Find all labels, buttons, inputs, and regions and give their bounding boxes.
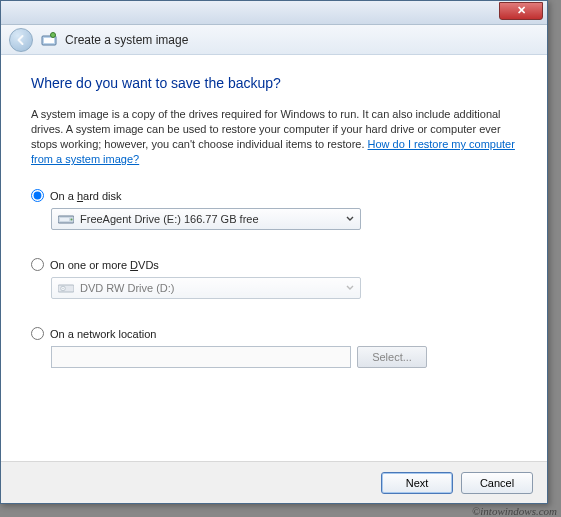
radio-network[interactable]	[31, 327, 44, 340]
header-bar: Create a system image	[1, 25, 547, 55]
option-hard-disk-row[interactable]: On a hard disk	[31, 189, 517, 202]
radio-hard-disk[interactable]	[31, 189, 44, 202]
page-description: A system image is a copy of the drives r…	[31, 107, 517, 167]
titlebar: ✕	[1, 1, 547, 25]
option-dvd-row[interactable]: On one or more DVDs	[31, 258, 517, 271]
svg-point-5	[71, 219, 73, 221]
dvd-drive-icon	[58, 282, 74, 294]
chevron-down-icon	[346, 216, 354, 222]
wizard-icon	[41, 32, 57, 48]
network-path-input	[51, 346, 351, 368]
close-button[interactable]: ✕	[499, 2, 543, 20]
option-network-row[interactable]: On a network location	[31, 327, 517, 340]
network-input-row: Select...	[51, 346, 517, 368]
wizard-footer: Next Cancel	[1, 461, 547, 503]
page-heading: Where do you want to save the backup?	[31, 75, 517, 91]
cancel-button[interactable]: Cancel	[461, 472, 533, 494]
close-icon: ✕	[517, 4, 526, 16]
hard-disk-combo[interactable]: FreeAgent Drive (E:) 166.77 GB free	[51, 208, 361, 230]
svg-rect-4	[60, 218, 69, 221]
back-arrow-icon	[15, 34, 27, 46]
option-network: On a network location Select...	[31, 327, 517, 368]
dvd-selected: DVD RW Drive (D:)	[80, 282, 175, 294]
wizard-body: Where do you want to save the backup? A …	[1, 55, 547, 453]
back-button[interactable]	[9, 28, 33, 52]
option-hard-disk-label: On a hard disk	[50, 190, 122, 202]
network-select-button: Select...	[357, 346, 427, 368]
hard-disk-selected: FreeAgent Drive (E:) 166.77 GB free	[80, 213, 259, 225]
watermark: ©intowindows.com	[472, 505, 557, 517]
option-dvd: On one or more DVDs DVD RW Drive (D:)	[31, 258, 517, 299]
window-title: Create a system image	[65, 33, 188, 47]
svg-rect-1	[44, 38, 54, 43]
next-button[interactable]: Next	[381, 472, 453, 494]
option-hard-disk: On a hard disk FreeAgent Drive (E:) 166.…	[31, 189, 517, 230]
svg-point-8	[62, 288, 63, 289]
dvd-combo: DVD RW Drive (D:)	[51, 277, 361, 299]
svg-point-2	[51, 32, 56, 37]
hard-drive-icon	[58, 213, 74, 225]
chevron-down-icon	[346, 285, 354, 291]
wizard-window: ✕ Create a system image Where do you wan…	[0, 0, 548, 504]
option-dvd-label: On one or more DVDs	[50, 259, 159, 271]
radio-dvd[interactable]	[31, 258, 44, 271]
option-network-label: On a network location	[50, 328, 156, 340]
